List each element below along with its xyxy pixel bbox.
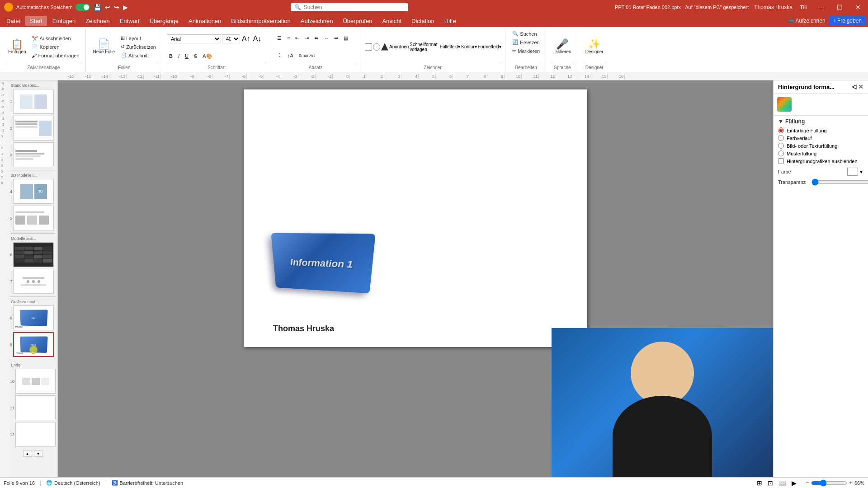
italic-button[interactable]: I [176, 52, 182, 60]
slide-sorter-button[interactable]: ⊡ [768, 479, 773, 487]
bold-button[interactable]: B [167, 52, 175, 60]
option-hintergrundgrafiken[interactable]: Hintergrundgrafiken ausblenden [778, 158, 863, 164]
slide-thumb-11[interactable] [15, 395, 56, 420]
justify-button[interactable]: ▤ [341, 34, 350, 42]
radio-einfarbig[interactable] [778, 127, 784, 133]
menu-animationen[interactable]: Animationen [184, 16, 226, 26]
zoom-out-button[interactable]: − [806, 479, 809, 486]
shape-rect-icon[interactable] [365, 43, 372, 51]
slide-thumb-2[interactable] [13, 116, 54, 141]
fuelleffekt-button[interactable]: Fülleffekt▾ [440, 44, 460, 49]
abschnitt-button[interactable]: 📑 Abschnitt [118, 52, 158, 59]
redo-icon[interactable]: ↪ [113, 3, 120, 12]
strikethrough-button[interactable]: S [192, 52, 199, 60]
radio-muster[interactable] [778, 150, 784, 156]
einfuegen-button[interactable]: 📋 Einfügen [5, 38, 28, 56]
markieren-button[interactable]: ✏ Markieren [510, 47, 542, 55]
reading-view-button[interactable]: 📖 [778, 479, 786, 487]
layout-button[interactable]: ⊞ Layout [118, 34, 158, 42]
undo-icon[interactable]: ↩ [104, 3, 111, 12]
info1-shape-container[interactable]: Information 1 [271, 234, 379, 306]
designer-button[interactable]: ✨ Designer [583, 38, 606, 56]
option-farbverlauf[interactable]: Farbverlauf [778, 135, 863, 141]
slide-thumb-7[interactable] [13, 269, 54, 294]
ausschneiden-button[interactable]: ✂️ Ausschneiden [29, 35, 81, 42]
list-bullets-button[interactable]: ☰ [275, 34, 284, 42]
present-icon[interactable]: ▶ [122, 3, 129, 12]
autosave-toggle[interactable] [75, 4, 90, 11]
radio-bild[interactable] [778, 143, 784, 149]
text-direction-button[interactable]: ↕A [285, 52, 296, 59]
zuruecksetzen-button[interactable]: ↺ Zurücksetzen [118, 43, 158, 51]
slide-thumb-8[interactable]: Info Hruska [13, 305, 54, 330]
menu-zeichnen[interactable]: Zeichnen [81, 16, 114, 26]
scroll-down-button[interactable]: ▼ [34, 450, 43, 457]
neue-folie-button[interactable]: 📄 Neue Folie [90, 38, 118, 56]
slide-thumb-9[interactable]: Info 1 Hruska [13, 332, 54, 357]
menu-aufzeichnen[interactable]: Aufzeichnen [296, 16, 338, 26]
menu-ansicht[interactable]: Ansicht [377, 16, 406, 26]
transparenz-slider[interactable] [811, 178, 868, 186]
maximize-button[interactable]: ☐ [833, 0, 846, 14]
search-bar[interactable]: 🔍 [291, 3, 408, 11]
arrange-button[interactable]: Anordnen [389, 44, 409, 49]
radio-farbverlauf[interactable] [778, 135, 784, 141]
aufzeichnen-button[interactable]: 📹 Aufzeichnen [785, 17, 828, 25]
save-icon[interactable]: 💾 [93, 3, 102, 12]
slide-canvas[interactable]: Information 1 Thomas Hruska [244, 89, 587, 347]
slide-thumb-6[interactable] [13, 242, 54, 267]
kontur-button[interactable]: Kontur▾ [461, 44, 476, 49]
option-einfarbig[interactable]: Einfarbige Füllung [778, 127, 863, 133]
underline-button[interactable]: U [183, 52, 191, 60]
search-input[interactable] [304, 4, 394, 10]
indent-left-button[interactable]: ⇤ [293, 34, 302, 42]
diktieren-button[interactable]: 🎤 Diktieren [551, 38, 574, 56]
format-uebertragen-button[interactable]: 🖌 Format übertragen [29, 52, 81, 59]
align-right-button[interactable]: ➡ [332, 34, 340, 42]
slide-thumb-5[interactable] [13, 206, 54, 230]
font-name-selector[interactable]: Arial [167, 34, 221, 43]
align-left-button[interactable]: ⬅ [312, 34, 321, 42]
normal-view-button[interactable]: ⊞ [757, 479, 762, 487]
menu-hilfe[interactable]: Hilfe [440, 16, 461, 26]
slide-thumb-10[interactable] [15, 369, 56, 394]
menu-einfuegen[interactable]: Einfügen [48, 16, 80, 26]
menu-praesentation[interactable]: Bildschirmpräsentation [226, 16, 295, 26]
smartart-button[interactable]: SmartArt [297, 52, 317, 59]
slide-thumb-3[interactable] [13, 142, 54, 167]
menu-datei[interactable]: Datei [2, 16, 24, 26]
kopieren-button[interactable]: 📄 Kopieren [29, 43, 81, 51]
shape-triangle-icon[interactable] [381, 43, 388, 51]
indent-right-button[interactable]: ⇥ [302, 34, 311, 42]
formeffekt-button[interactable]: Formeffekt▾ [478, 44, 502, 49]
slide-thumb-1[interactable] [13, 89, 54, 114]
panel-collapse-icon[interactable]: ◁ [852, 83, 856, 90]
list-numbers-button[interactable]: ≡ [285, 34, 292, 42]
color-dropdown-icon[interactable]: ▼ [859, 169, 863, 174]
canvas-area[interactable]: Information 1 Thomas Hruska [58, 80, 773, 477]
zoom-slider[interactable] [811, 479, 847, 487]
slideshow-button[interactable]: ▶ [792, 479, 797, 487]
shape-circle-icon[interactable] [373, 43, 380, 51]
align-center-button[interactable]: ↔ [321, 34, 331, 42]
slide-thumb-12[interactable] [15, 422, 56, 447]
fuellung-header[interactable]: ▼ Füllung [778, 118, 863, 125]
scroll-up-button[interactable]: ▲ [23, 450, 32, 457]
menu-ueberpruefen[interactable]: Überprüfen [338, 16, 377, 26]
freigeben-button[interactable]: ↑ Freigeben [829, 16, 866, 25]
panel-close-icon[interactable]: ✕ [858, 83, 863, 90]
color-swatch[interactable] [847, 168, 858, 176]
suchen-button[interactable]: 🔍 Suchen [510, 30, 539, 38]
schnellformatvorlagen-button[interactable]: Schnellformat-vorlagen [410, 42, 439, 52]
menu-dictation[interactable]: Dictation [407, 16, 439, 26]
font-size-up-icon[interactable]: A↑ [241, 34, 251, 44]
checkbox-hintergrundgrafiken[interactable] [778, 158, 784, 164]
ersetzen-button[interactable]: 🔄 Ersetzen [510, 38, 542, 46]
menu-start[interactable]: Start [25, 16, 47, 26]
font-size-selector[interactable]: 40 [222, 34, 240, 43]
close-button[interactable]: ✕ [852, 0, 864, 14]
columns-button[interactable]: ⋮ [275, 52, 284, 59]
slide-thumb-4[interactable]: 3D [13, 179, 54, 204]
minimize-button[interactable]: — [814, 0, 828, 14]
slide-author[interactable]: Thomas Hruska [273, 324, 334, 333]
